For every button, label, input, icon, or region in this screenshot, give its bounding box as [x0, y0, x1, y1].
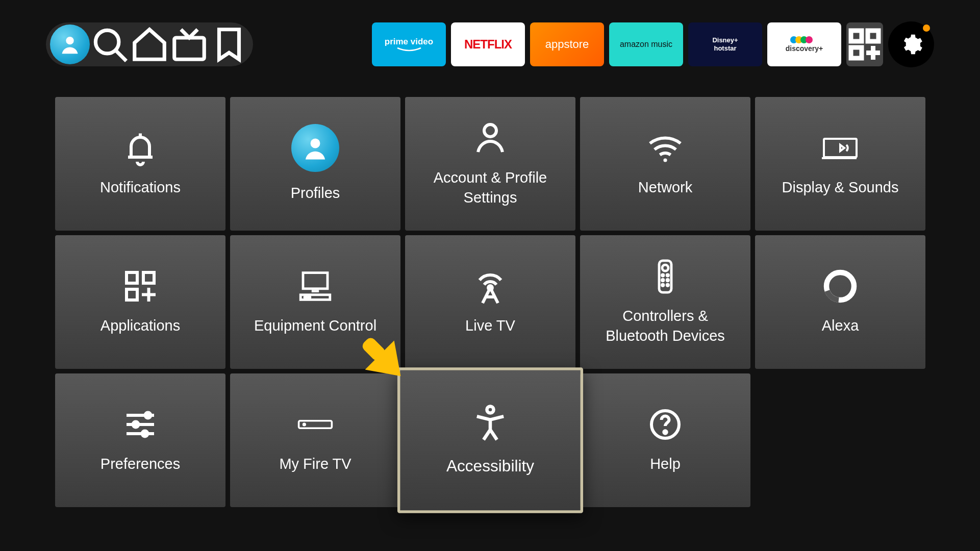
settings-tile-accessibility[interactable]: Accessibility [397, 367, 583, 513]
top-nav-right-group: prime video NETFLIX appstore amazon musi… [372, 21, 934, 67]
bookmark-button[interactable] [209, 24, 249, 64]
search-button[interactable] [90, 24, 130, 64]
svg-point-43 [142, 431, 148, 437]
settings-tile-network[interactable]: Network [580, 97, 750, 231]
svg-point-32 [667, 274, 668, 276]
tile-label: Controllers & Bluetooth Devices [594, 306, 737, 346]
svg-rect-15 [127, 272, 137, 283]
profile-avatar-button[interactable] [50, 24, 90, 64]
discovery-plus-app-tile[interactable]: discovery+ [767, 22, 841, 66]
equipment-icon [295, 268, 336, 305]
tile-label: Preferences [100, 454, 180, 474]
tile-label: Alexa [822, 316, 859, 336]
settings-tile-alexa[interactable]: Alexa [755, 235, 925, 369]
tile-label: Notifications [100, 178, 181, 197]
svg-rect-16 [143, 272, 154, 283]
svg-point-41 [133, 422, 139, 428]
accessibility-icon [468, 403, 512, 443]
tile-label: Display & Sounds [782, 178, 899, 197]
settings-tile-myfiretv[interactable]: My Fire TV [230, 373, 400, 507]
settings-tile-livetv[interactable]: Live TV [405, 235, 575, 369]
appstore-label: appstore [545, 38, 589, 51]
svg-point-35 [662, 284, 664, 286]
svg-point-31 [662, 274, 664, 276]
prime-video-app-tile[interactable]: prime video [372, 22, 446, 66]
settings-tile-notifications[interactable]: Notifications [55, 97, 225, 231]
svg-rect-20 [303, 273, 328, 289]
settings-tile-equipment[interactable]: Equipment Control [230, 235, 400, 369]
home-icon [130, 24, 169, 64]
settings-tile-display[interactable]: Display & Sounds [755, 97, 925, 231]
svg-point-45 [304, 424, 306, 426]
settings-tile-controllers[interactable]: Controllers & Bluetooth Devices [580, 235, 750, 369]
gear-icon [899, 33, 923, 56]
disney-hotstar-label-bottom: hotstar [714, 44, 736, 53]
tile-label: Applications [100, 316, 180, 336]
help-icon [645, 406, 686, 443]
amazon-music-app-tile[interactable]: amazon music [609, 22, 683, 66]
settings-grid: Notifications Profiles Account & Profile… [55, 97, 925, 507]
settings-tile-account[interactable]: Account & Profile Settings [405, 97, 575, 231]
settings-tile-help[interactable]: Help [580, 373, 750, 507]
svg-point-11 [484, 124, 496, 137]
discovery-label: discovery+ [786, 44, 823, 53]
svg-line-2 [116, 51, 127, 61]
appstore-app-tile[interactable]: appstore [530, 22, 604, 66]
settings-button[interactable] [888, 21, 934, 67]
netflix-label: NETFLIX [464, 37, 512, 52]
top-nav-left-group [46, 22, 253, 66]
disney-hotstar-label-top: Disney+ [712, 36, 738, 44]
notification-dot-icon [923, 24, 930, 32]
tile-label: Live TV [465, 316, 515, 336]
bell-icon [120, 130, 161, 166]
svg-point-36 [667, 284, 668, 286]
svg-rect-4 [851, 31, 862, 41]
person-outline-icon [470, 120, 511, 157]
amazon-music-label: amazon music [620, 40, 672, 49]
tile-label: Accessibility [446, 456, 534, 478]
svg-point-1 [95, 30, 119, 54]
tv-icon [169, 24, 209, 64]
settings-tile-preferences[interactable]: Preferences [55, 373, 225, 507]
bookmark-icon [209, 24, 249, 64]
svg-point-46 [487, 407, 493, 413]
svg-point-48 [664, 431, 666, 434]
apps-grid-add-icon [846, 26, 883, 63]
sliders-icon [120, 406, 161, 443]
search-icon [90, 24, 130, 64]
settings-tile-applications[interactable]: Applications [55, 235, 225, 369]
live-tv-antenna-icon [470, 268, 511, 305]
svg-point-30 [662, 265, 668, 271]
svg-rect-3 [174, 38, 205, 59]
svg-rect-6 [851, 47, 862, 58]
firetv-device-icon [295, 406, 336, 443]
svg-point-33 [662, 279, 664, 281]
apps-grid-button[interactable] [846, 22, 883, 66]
top-navigation-bar: prime video NETFLIX appstore amazon musi… [46, 22, 934, 66]
remote-icon [645, 258, 686, 295]
svg-point-23 [305, 296, 307, 298]
tile-label: Profiles [291, 183, 340, 203]
discovery-logo-icon [790, 36, 819, 43]
netflix-app-tile[interactable]: NETFLIX [451, 22, 525, 66]
tile-label: My Fire TV [279, 454, 351, 474]
tile-label: Account & Profile Settings [419, 168, 562, 208]
svg-rect-17 [127, 289, 137, 300]
svg-point-12 [663, 159, 667, 162]
person-icon [59, 33, 81, 56]
wifi-icon [645, 130, 686, 166]
prime-video-label: prime video [385, 37, 433, 47]
svg-point-24 [308, 296, 310, 298]
svg-point-34 [667, 279, 668, 281]
tile-label: Help [650, 454, 681, 474]
svg-point-0 [66, 37, 73, 44]
alexa-ring-icon [820, 268, 861, 305]
home-button[interactable] [130, 24, 169, 64]
prime-smile-icon [396, 47, 422, 52]
tile-label: Equipment Control [254, 316, 376, 336]
settings-tile-profiles[interactable]: Profiles [230, 97, 400, 231]
svg-rect-5 [868, 31, 878, 41]
disney-hotstar-app-tile[interactable]: Disney+ hotstar [688, 22, 762, 66]
live-tv-button[interactable] [169, 24, 209, 64]
profile-avatar-icon [291, 124, 339, 172]
